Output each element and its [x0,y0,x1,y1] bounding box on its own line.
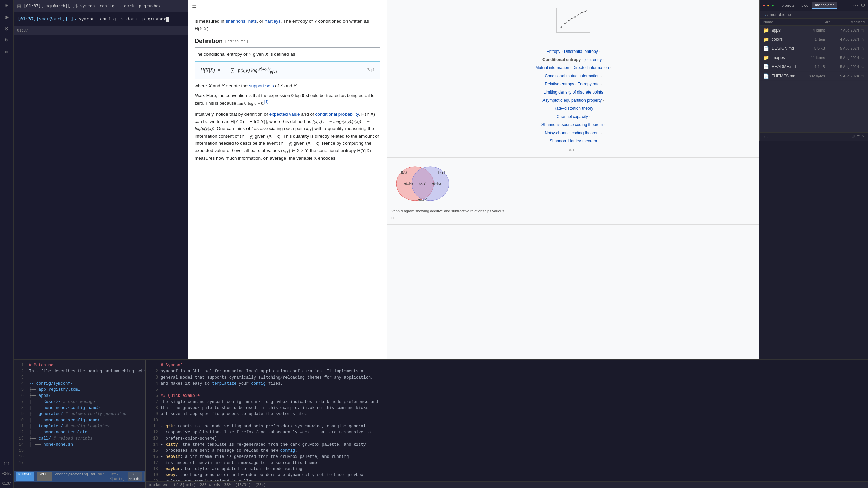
nav-relative[interactable]: Relative entropy [545,82,574,86]
readme-line-9: 9off several app-specific process to upd… [150,411,864,417]
readme-line-6: 6## Quick example [150,393,864,399]
fm-star-images[interactable]: ☆ [861,55,865,60]
readme-position: [13/34] [235,483,251,487]
nav-limiting[interactable]: Limiting density of discrete points [544,90,604,95]
nav-cond-mutual[interactable]: Conditional mutual information [545,74,600,78]
readme-num-18: 18 [150,466,158,472]
fm-tab-monobiome[interactable]: monobiome [812,2,837,9]
fm-grid-view-icon[interactable]: ⊞ [852,134,855,138]
line-content-10: │ └── none-none.<config-name> [29,418,100,423]
status-spell-label: SPELL [37,472,52,481]
fm-folder-icon-colors: 📁 [763,37,769,42]
readme-content-2: symconf is a CLI tool for managing local… [161,369,363,374]
wiki-menu-icon[interactable]: ☰ [192,3,197,9]
readme-line-3: 3general model that supports dynamically… [150,374,864,381]
wiki-footnote[interactable]: [1] [264,100,268,104]
venn-diagram-container: H(X) H(Y) H(X|Y) I(X;Y) H(Y|X) H(X,Y) Ve… [387,158,760,225]
terminal-titlebar: ▤ [01:37][smgr@arch][~]$ symconf config … [14,0,188,12]
editor-line-15: 15 [17,448,142,454]
nav-differential[interactable]: Differential entropy [564,49,598,54]
fm-minimize-button[interactable]: ● [767,3,769,8]
fm-item-design-md[interactable]: 📄 DESIGN.md 5.5 kB 5 Aug 2024 ☆ [760,44,868,53]
nav-rate-distortion[interactable]: Rate–distortion theory [553,106,593,111]
venn-caption: Venn diagram showing additive and subtra… [391,208,755,214]
fm-star-design[interactable]: ☆ [861,46,865,51]
fm-chevron-icon[interactable]: ∨ [862,134,865,138]
fm-next-button[interactable]: › [766,134,768,139]
nav-entropy-rate[interactable]: Entropy rate [577,82,599,86]
readme-content-16: - neovim: a vim theme file is generated … [161,454,349,459]
fm-tab-blog[interactable]: blog [798,2,811,9]
wiki-body[interactable]: is measured in shannons, nats, or hartle… [188,12,387,170]
link-icon[interactable]: ⊗ [5,26,9,31]
nav-directed[interactable]: Directed information [572,65,609,70]
nav-shannon-hartley[interactable]: Shannon–Hartley theorem [550,139,597,143]
fm-header-modified: Modified [831,20,865,24]
fm-list-view-icon[interactable]: ≡ [857,134,860,138]
fm-item-readme[interactable]: 📄 README.md 4.4 kB 5 Aug 2024 ☆ [760,62,868,72]
hy-label: H(Y) [438,170,445,174]
fm-star-colors[interactable]: ☆ [861,37,865,42]
fm-item-themes[interactable]: 📄 THEMES.md 802 bytes 5 Aug 2024 ☆ [760,72,868,81]
wiki-support-text: where X and Y denote the support sets of… [195,82,380,90]
editor-line-6: 6 ├── apps/ [17,393,142,399]
readme-content-4: and makes it easy to templatize your con… [161,381,283,386]
nav-asymptotic[interactable]: Asymptotic equipartition property [542,98,602,103]
fm-star-readme[interactable]: ☆ [861,64,865,69]
grid-icon[interactable]: ⊞ [5,3,9,8]
readme-line-5: 5 [150,387,864,393]
fm-item-images[interactable]: 📁 images 11 items 5 Aug 2024 ☆ [760,53,868,62]
nav-entropy[interactable]: Entropy [547,49,560,54]
readme-num-10: 10 [150,417,158,423]
vtc-links[interactable]: V·T·E [569,148,578,152]
wiki-link-expected[interactable]: expected value [269,111,300,117]
circle-icon[interactable]: ◉ [5,14,9,20]
fm-item-count-apps: 4 items [801,28,825,32]
fm-item-size-themes: 802 bytes [801,74,825,78]
fm-prev-button[interactable]: ‹ [763,134,765,139]
venn-expand-icon[interactable]: ⊡ [391,216,394,220]
readme-line-18: 18- waybar: bar styles are updated to ma… [150,466,864,472]
fm-item-colors[interactable]: 📁 colors 1 item 4 Aug 2024 ☆ [760,35,868,44]
readme-content-15: processes are sent a message to reload t… [161,448,297,453]
fm-gear-icon[interactable]: ⚙ [861,2,865,8]
fm-tab-projects[interactable]: projects [779,2,797,9]
readme-content-1: # Symconf [161,363,183,368]
wiki-link-nats[interactable]: nats [248,19,257,24]
hxy-label: H(X,Y) [418,198,427,201]
nav-channel[interactable]: Channel capacity [557,114,588,119]
nav-noisy-channel[interactable]: Noisy-channel coding theorem [545,130,600,135]
line-num-16: 16 [17,454,24,460]
nav-joint[interactable]: joint entry [584,57,602,62]
fm-item-apps[interactable]: 📁 apps 4 items 7 Aug 2024 ☆ [760,26,868,35]
fm-star-themes[interactable]: ☆ [861,74,865,78]
refresh-icon[interactable]: ↻ [5,37,9,43]
editor-line-10: 10 │ └── none-none.<config-name> [17,417,142,423]
edit-source-link[interactable]: [ edit source ] [225,38,248,44]
wiki-link-hartleys[interactable]: hartleys [264,19,280,24]
terminal-body[interactable]: [01:37][smgr@arch][~]$ symconf config -s… [14,12,188,26]
fm-star-apps[interactable]: ☆ [861,28,865,33]
readme-line-16: 16- neovim: a vim theme file is generate… [150,454,864,460]
line-num-15: 15 [17,448,24,454]
nav-source-coding[interactable]: Shannon's source coding theorem [541,122,603,127]
fm-breadcrumb-home[interactable]: ⌂ [763,12,766,17]
fm-close-button[interactable]: ● [763,3,765,8]
wiki-link-conditional[interactable]: conditional probability [315,111,359,117]
fm-maximize-button[interactable]: ● [772,3,774,8]
wiki-link-shannons[interactable]: shannons [226,19,246,24]
editor-readme-content[interactable]: 1# Symconf 2symconf is a CLI tool for ma… [146,360,868,481]
editor-line-5: 5 ├── app_registry.toml [17,387,142,393]
fm-item-date-apps: 7 Aug 2024 [825,28,859,32]
nav-mutual[interactable]: Mutual information [536,65,569,70]
wiki-header: ☰ [188,0,387,12]
line-num-17: 17 [17,460,24,466]
fm-more-icon[interactable]: ⋯ [853,2,859,8]
readme-filetype: markdown [149,483,167,487]
percent-label: ≡24% [2,472,11,475]
readme-num-11: 11 [150,423,158,429]
editor-line-12: 12 │ └── none-none.template [17,429,142,435]
wiki-link-support[interactable]: support sets [249,83,274,88]
paperclip-icon[interactable]: ∞ [5,49,8,54]
editor-matching-content[interactable]: 1 # Matching 2 This file describes the n… [14,360,145,471]
